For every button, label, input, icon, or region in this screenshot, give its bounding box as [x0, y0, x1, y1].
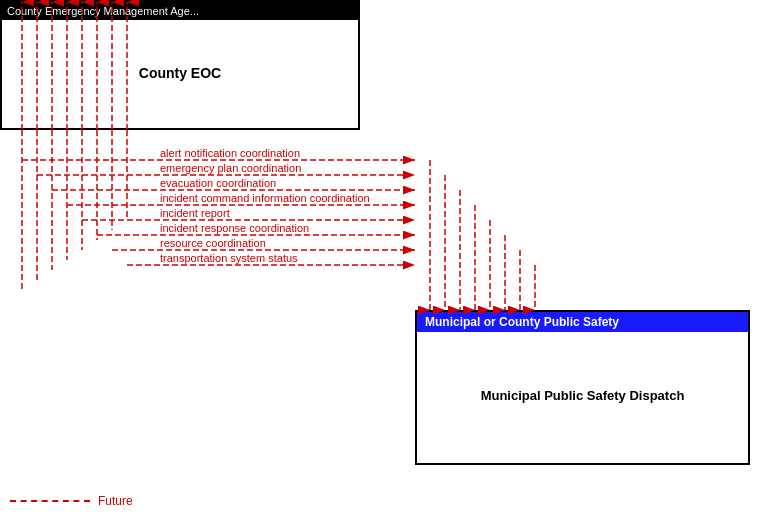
svg-text:incident report: incident report — [160, 207, 230, 219]
svg-text:emergency plan coordination: emergency plan coordination — [160, 162, 301, 174]
svg-text:transportation system status: transportation system status — [160, 252, 298, 264]
county-eoc-box: County Emergency Management Age... Count… — [0, 0, 360, 130]
dispatch-title: Municipal Public Safety Dispatch — [417, 332, 748, 459]
svg-text:incident response coordination: incident response coordination — [160, 222, 309, 234]
legend-line-icon — [10, 500, 90, 502]
legend-label: Future — [98, 494, 133, 508]
county-eoc-title: County EOC — [2, 20, 358, 126]
svg-text:evacuation coordination: evacuation coordination — [160, 177, 276, 189]
county-eoc-header: County Emergency Management Age... — [2, 2, 358, 20]
dispatch-box: Municipal or County Public Safety Munici… — [415, 310, 750, 465]
dispatch-header: Municipal or County Public Safety — [417, 312, 748, 332]
svg-text:alert notification coordinatio: alert notification coordination — [160, 147, 300, 159]
legend: Future — [10, 494, 133, 508]
svg-text:resource coordination: resource coordination — [160, 237, 266, 249]
svg-text:incident command information c: incident command information coordinatio… — [160, 192, 370, 204]
